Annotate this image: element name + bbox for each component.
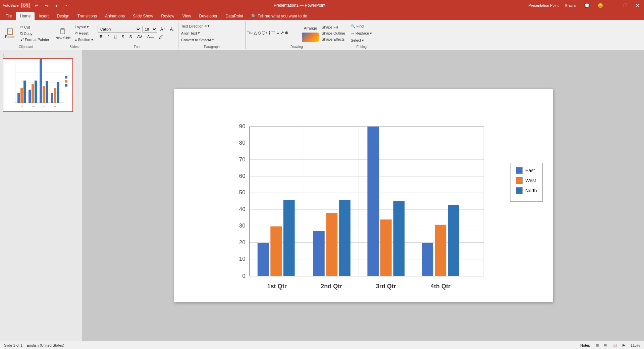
svg-rect-12 [40,59,42,103]
highlight-button[interactable]: 🖊 [157,34,165,40]
bold-button[interactable]: B [98,34,105,40]
more-commands-button[interactable]: ⋯ [62,2,71,9]
shape-icon-1[interactable]: □ [247,30,250,36]
replace-button[interactable]: ↔ Replace▾ [350,31,374,36]
minimize-button[interactable]: — [609,2,618,9]
char-spacing-button[interactable]: AV [135,34,144,40]
tab-view[interactable]: View [178,12,195,20]
autosave-toggle[interactable]: ON [21,3,30,8]
convert-smartart-button[interactable]: Convert to SmartArt [180,37,215,43]
slide-number-label: 1 [3,53,79,57]
tab-tell-me[interactable]: 🔍 Tell me what you want to do [247,12,311,20]
legend-west: West [516,177,537,184]
decrease-font-button[interactable]: A↓ [168,26,177,32]
slide-thumbnail[interactable]: 1st 2nd 3rd 4th [3,58,73,112]
title-bar-left: AutoSave ON ↩ ↪ ▾ ⋯ [3,2,71,9]
shape-icon-8[interactable]: ⤿ [276,30,280,36]
align-text-button[interactable]: Align Text▾ [180,30,202,36]
arrange-button[interactable]: Arrange [302,25,319,32]
tab-design[interactable]: Design [53,12,73,20]
svg-text:2nd: 2nd [32,105,35,107]
view-slideshow-button[interactable]: ▶ [623,343,625,347]
svg-text:80: 80 [239,140,245,146]
customize-qat-button[interactable]: ▾ [53,2,60,9]
tab-slideshow[interactable]: Slide Show [129,12,157,20]
underline-button[interactable]: U [112,34,119,40]
find-icon: 🔍 [351,24,356,29]
select-button[interactable]: Select ▾ [350,38,374,43]
tab-datapoint[interactable]: DataPoint [221,12,247,20]
view-reading-button[interactable]: 📖 [612,343,617,347]
shape-icon-2[interactable]: ○ [250,30,253,36]
share-button[interactable]: Share [562,2,578,9]
tab-transitions[interactable]: Transitions [73,12,101,20]
bar-q1-north [283,200,294,276]
text-direction-button[interactable]: Text Direction =▾ [180,23,211,29]
shape-icon-3[interactable]: △ [254,30,257,36]
comment-button[interactable]: 💬 [582,2,592,9]
svg-rect-10 [32,84,34,103]
shape-fill-button[interactable]: Shape Fill [320,24,346,30]
shadow-button[interactable]: S [127,34,134,40]
shape-icon-10[interactable]: ⊕ [285,30,288,36]
section-icon: ≡ [75,38,77,42]
svg-text:30: 30 [239,222,245,229]
increase-font-button[interactable]: A↑ [158,26,167,32]
undo-button[interactable]: ↩ [33,2,40,9]
shape-effects-button[interactable]: Shape Effects [320,37,346,42]
find-button[interactable]: 🔍 Find [350,23,374,29]
paste-button[interactable]: 📋 Paste [1,27,18,40]
format-painter-button[interactable]: 🖌 Format Painter [19,37,51,42]
redo-button[interactable]: ↪ [43,2,51,9]
close-button[interactable]: ✕ [634,2,641,9]
svg-rect-15 [51,93,53,103]
cut-button[interactable]: ✂ Cut [19,24,51,30]
account-button[interactable]: 😊 [596,2,605,9]
bar-q3-west [380,219,391,276]
slide-canvas[interactable]: 90 80 70 60 50 40 30 20 [174,89,553,302]
bar-q3-north [393,201,405,276]
legend-north: North [516,187,537,194]
font-group: Calibri 18 A↑ A↓ B I U S S AV A 🖊 Font [96,21,178,49]
tab-home[interactable]: Home [16,12,35,20]
layout-button[interactable]: Layout▾ [73,24,95,30]
tab-file[interactable]: File [1,12,16,20]
italic-button[interactable]: I [106,34,111,40]
reset-button[interactable]: ↺ Reset [73,31,95,36]
tab-review[interactable]: Review [157,12,178,20]
shape-icon-5[interactable]: ⬡ [262,30,265,36]
status-right: Notes ▦ ⊞ 📖 ▶ 115% [580,343,640,347]
shape-icon-4[interactable]: ◇ [258,30,261,36]
strikethrough-button[interactable]: S [120,34,126,40]
view-normal-button[interactable]: ▦ [595,343,599,347]
bar-q1-west [270,227,282,276]
new-slide-button[interactable]: 🗒 New Slide [54,26,73,41]
shape-icon-9[interactable]: ↗ [280,30,284,36]
font-size-select[interactable]: 18 [142,26,157,33]
view-slide-sorter-button[interactable]: ⊞ [604,343,607,347]
tab-animations[interactable]: Animations [101,12,129,20]
bar-q2-north [339,200,351,276]
legend-north-color [516,187,523,194]
svg-rect-11 [35,81,37,103]
svg-text:70: 70 [239,156,245,163]
copy-button[interactable]: ⧉ Copy [19,31,51,36]
tab-developer[interactable]: Developer [195,12,222,20]
svg-rect-18 [65,76,67,79]
svg-text:20: 20 [239,239,245,246]
section-button[interactable]: ≡ Section▾ [73,37,95,43]
bar-q2-east [313,231,325,276]
font-family-select[interactable]: Calibri [98,26,141,33]
shape-icon-6[interactable]: ⟨ ⟩ [266,30,271,36]
zoom-level: 115% [631,343,640,347]
quick-styles-button[interactable] [302,33,319,42]
paste-icon: 📋 [6,28,14,35]
tab-insert[interactable]: Insert [35,12,53,20]
svg-rect-13 [43,86,45,103]
font-color-button[interactable]: A [145,34,156,40]
maximize-button[interactable]: ❐ [622,2,630,9]
shape-outline-button[interactable]: Shape Outline [320,31,346,36]
notes-button[interactable]: Notes [580,343,590,347]
legend-east-label: East [525,168,535,173]
shape-icon-7[interactable]: ⌒ [271,30,275,36]
